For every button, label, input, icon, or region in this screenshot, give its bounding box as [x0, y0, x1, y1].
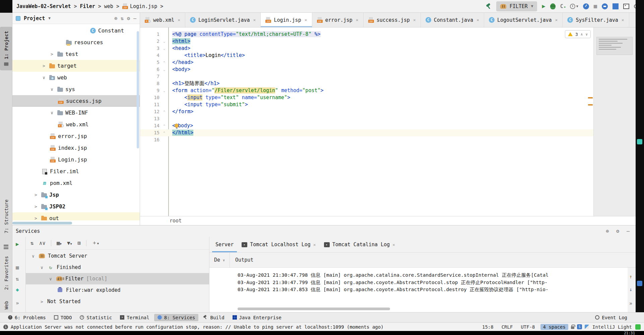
editor-tab-loginservlet-java[interactable]: CLoginServlet.java× [185, 13, 261, 27]
toolwindow-button-jsp[interactable]: JSP [636, 15, 644, 33]
code-line-1[interactable]: 1<%@ page contentType="text/html;charset… [140, 31, 593, 38]
chevron-down-icon[interactable]: ∨ [30, 254, 36, 259]
code-line-15[interactable]: 15⌃</html> [140, 129, 593, 136]
fold-marker[interactable]: ⌃ [161, 59, 168, 66]
close-icon[interactable]: × [555, 17, 558, 22]
toolwindow-bar-6-problems[interactable]: !6: Problems [5, 314, 49, 321]
teal-plugin-icon[interactable] [637, 139, 642, 144]
run-icon[interactable]: ▶ [16, 241, 19, 247]
console-tab-server[interactable]: Server [212, 237, 237, 252]
close-icon[interactable]: × [622, 17, 624, 22]
code-line-12[interactable]: 12⌃</form> [140, 108, 593, 115]
service-item-tomcat-server[interactable]: ∨Tomcat Server [26, 250, 209, 262]
warning-stripe-mark[interactable] [588, 104, 593, 106]
run-anything-icon[interactable] [623, 4, 629, 9]
add-frame-icon[interactable]: ⊞ [77, 240, 81, 246]
codota-status-icon[interactable]: S [577, 324, 582, 329]
file-encoding[interactable]: UTF-8 [518, 324, 537, 330]
service-item-not-started[interactable]: >Not Started [26, 296, 209, 307]
editor-tab-logoutservlet-java[interactable]: CLogoutServlet.java× [484, 13, 563, 27]
tree-item-web[interactable]: ∨web [12, 72, 140, 83]
chevron-down-icon[interactable]: ▼ [48, 16, 51, 20]
diamond-icon[interactable]: ◆ [16, 286, 19, 293]
close-icon[interactable]: × [392, 242, 395, 247]
chevron-right-icon[interactable]: > [33, 204, 39, 209]
build-hammer-icon[interactable] [486, 3, 492, 9]
console-horizontal-scrollbar[interactable] [238, 308, 390, 310]
green-status-icon[interactable] [635, 324, 641, 330]
close-icon[interactable]: × [476, 17, 479, 22]
toolwindow-button-favorites[interactable]: 2: Favorites [0, 255, 12, 291]
hide-icon[interactable]: — [627, 228, 630, 234]
chevron-down-icon[interactable]: ∨ [49, 87, 55, 92]
toolwindow-button-project[interactable]: 1: Project [0, 27, 12, 70]
run-with-coverage-button[interactable]: C [560, 3, 565, 9]
breadcrumb-item[interactable]: Login.jsp [122, 3, 157, 9]
theme-name[interactable]: IntelliJ Light [592, 324, 633, 330]
tree-item-login-jsp[interactable]: Login.jsp [12, 154, 140, 165]
close-icon[interactable]: × [313, 242, 316, 247]
code-line-10[interactable]: 10 <input type="text" name="username"> [140, 94, 593, 101]
profiler-button[interactable]: ▼ [570, 4, 578, 9]
attach-icon[interactable] [602, 3, 608, 9]
settings-icon[interactable]: ⚙ [127, 15, 130, 21]
hide-icon[interactable]: — [133, 15, 136, 21]
code-line-5[interactable]: 5⌃</head> [140, 59, 593, 66]
locate-icon[interactable]: ⊕ [606, 228, 609, 234]
fold-marker[interactable]: ⌄ [161, 87, 168, 94]
toolwindow-button-ant[interactable]: Ant [636, 56, 644, 74]
tree-item-jsp[interactable]: >Jsp [12, 189, 140, 201]
editor-tab-error-jsp[interactable]: error.jsp× [312, 13, 364, 27]
more-icon[interactable]: » [629, 300, 632, 307]
editor-tab-sysfilter-java[interactable]: CSysFilter.java× [563, 13, 629, 27]
updown-icon[interactable]: ⇅ [16, 276, 19, 282]
toolwindow-button-web[interactable]: Web [0, 297, 12, 314]
code-line-11[interactable]: 11 <input type="submit"> [140, 101, 593, 108]
chevron-right-icon[interactable]: > [49, 52, 55, 57]
codota-icon[interactable] [637, 281, 642, 286]
tree-item-index-jsp[interactable]: index.jsp [12, 142, 140, 154]
line-ending[interactable]: CRLF [499, 324, 516, 330]
code-line-9[interactable]: 9⌄<form action="/Filer/servlet/login" me… [140, 87, 593, 94]
scroll-down-icon[interactable]: ↓ [629, 286, 632, 292]
favorites-icon[interactable] [4, 245, 8, 249]
fold-marker[interactable]: ⌄ [161, 66, 168, 73]
chevron-down-icon[interactable]: ∨ [41, 75, 47, 80]
chevron-right-icon[interactable]: > [41, 63, 47, 68]
gauge-icon[interactable] [583, 3, 589, 9]
tree-item-resources[interactable]: resources [12, 37, 140, 48]
close-icon[interactable]: × [178, 17, 180, 22]
toolwindow-button-codota[interactable]: Codota [636, 148, 644, 177]
console-log[interactable]: 03-Aug-2021 21:30:47.798 信息 [main] org.a… [209, 268, 628, 312]
indent-setting[interactable]: 4 spaces [540, 324, 568, 330]
lock-icon[interactable] [571, 326, 574, 329]
toolwindow-button-structure[interactable]: 7: Structure [0, 196, 12, 237]
project-structure-icon[interactable] [613, 3, 619, 9]
code-editor[interactable]: 1<%@ page contentType="text/html;charset… [140, 27, 593, 216]
tree-item-pom-xml[interactable]: mpom.xml [12, 177, 140, 189]
fold-marker[interactable]: ⌄ [161, 45, 168, 52]
collapse-all-icon[interactable]: ⇅ [121, 15, 124, 21]
code-line-8[interactable]: 8<h1>登陆界面</h1> [140, 80, 593, 87]
chevron-right-icon[interactable]: > [33, 192, 39, 197]
toolwindow-bar-todo[interactable]: TODO [51, 314, 75, 321]
code-line-13[interactable]: 13 [140, 115, 593, 122]
tree-item-jsp02[interactable]: >JSP02 [12, 201, 140, 212]
cursor-position[interactable]: 15:8 [479, 324, 496, 330]
chevron-right-icon[interactable]: > [33, 216, 39, 220]
toolwindow-bar-statistic[interactable]: Statistic [76, 314, 115, 321]
editor-tab-login-jsp[interactable]: Login.jsp× [261, 13, 312, 27]
inspection-widget[interactable]: 3 ∧ ∨ [565, 30, 591, 38]
console-tab-tomcat-catalina-log[interactable]: ▸Tomcat Catalina Log× [321, 237, 398, 252]
chevron-down-icon[interactable]: ∨ [48, 276, 53, 281]
code-line-4[interactable]: 4 <title>Login</title> [140, 52, 593, 59]
tree-item-success-jsp[interactable]: success.jsp [12, 95, 140, 107]
add-service-icon[interactable]: ＋▼ [92, 240, 99, 247]
tree-item-target[interactable]: >target [12, 60, 140, 72]
next-problem-icon[interactable]: ∨ [585, 32, 588, 37]
fold-marker[interactable]: ⌃ [161, 108, 168, 115]
fold-marker[interactable]: ⌄ [161, 38, 168, 45]
intention-bulb-icon[interactable] [175, 124, 179, 128]
code-line-16[interactable]: 16 [140, 136, 593, 143]
collapse-all-icon[interactable]: ∧∨ [39, 240, 46, 246]
